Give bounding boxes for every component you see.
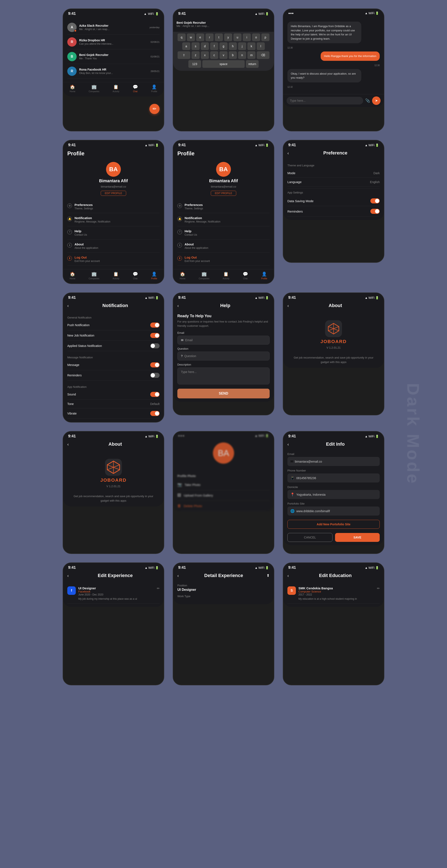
menu-notification[interactable]: 🔔 Notification Ringtone, Message, Notifi… — [67, 213, 160, 226]
key-m[interactable]: m — [247, 51, 255, 59]
nav-home-p1[interactable]: 🏠Home — [70, 272, 75, 280]
push-notif-row[interactable]: Push Notification — [67, 320, 160, 330]
chat-item-4[interactable]: R Rona Facebook HR Okay Ben, let me know… — [67, 64, 160, 79]
key-p[interactable]: p — [262, 33, 269, 41]
key-k[interactable]: k — [247, 42, 255, 50]
data-saving-row[interactable]: Data Saving Mode — [287, 196, 380, 206]
back-arrow-pref[interactable]: ‹ — [287, 151, 289, 156]
back-arrow-about2[interactable]: ‹ — [67, 442, 69, 447]
menu-help[interactable]: ? Help Contact Us — [67, 226, 160, 240]
chat-item-2[interactable]: R Rizka Dropbox HR Can you attend the in… — [67, 35, 160, 50]
menu-logout-2[interactable]: ⬆ Log Out Exit from your account — [177, 253, 270, 266]
edit-profile-button[interactable]: EDIT PROFILE — [101, 191, 126, 196]
edit-profile-button-2[interactable]: EDIT PROFILE — [211, 191, 236, 196]
attachment-icon[interactable]: 📎 — [365, 98, 370, 103]
menu-notification-2[interactable]: 🔔 Notification Ringtone, Message, Notifi… — [177, 213, 270, 226]
send-button-help[interactable]: SEND — [177, 389, 270, 398]
back-arrow-editinfo[interactable]: ‹ — [287, 442, 289, 447]
message-input[interactable] — [286, 97, 363, 104]
chat-item-1[interactable]: A Azka Slack Recruiter Me : Alright sir,… — [67, 20, 160, 35]
nav-activity-p1[interactable]: 📋Activity — [113, 272, 119, 280]
key-h[interactable]: h — [229, 42, 237, 50]
nav-chat[interactable]: 💬 Chat — [133, 84, 138, 93]
phone-edit-input[interactable]: 📱 081456785236 — [287, 473, 380, 483]
key-r[interactable]: r — [206, 33, 213, 41]
key-return[interactable]: return — [246, 60, 259, 68]
reminders-notif-row[interactable]: Reminders — [67, 370, 160, 381]
key-e[interactable]: e — [196, 33, 204, 41]
push-notif-toggle[interactable] — [150, 322, 160, 328]
reminders-notif-toggle[interactable] — [150, 373, 160, 378]
upload-gallery-option[interactable]: 🖼 Upload From Gallery — [177, 490, 270, 501]
key-z[interactable]: z — [192, 51, 200, 59]
key-q[interactable]: q — [178, 33, 185, 41]
key-l[interactable]: l — [257, 42, 265, 50]
message-toggle[interactable] — [150, 362, 160, 368]
description-form-input[interactable]: Type here... — [177, 368, 270, 384]
chat-item-3[interactable]: B Beni Gojek Recruiter Me : Thank You 01… — [67, 50, 160, 64]
back-arrow-editedu[interactable]: ‹ — [287, 573, 289, 578]
key-b[interactable]: b — [229, 51, 237, 59]
key-c[interactable]: c — [210, 51, 218, 59]
key-a[interactable]: a — [182, 42, 190, 50]
message-row[interactable]: Message — [67, 360, 160, 370]
key-d[interactable]: d — [201, 42, 209, 50]
key-w[interactable]: w — [187, 33, 195, 41]
key-space[interactable]: space — [202, 60, 245, 68]
sound-row[interactable]: Sound — [67, 389, 160, 400]
cancel-button[interactable]: CANCEL — [287, 533, 333, 542]
portfolio-edit-input[interactable]: 🌐 www.dribbble.com/bimafif — [287, 506, 380, 516]
exp-edit-icon-1[interactable]: ✏ — [157, 586, 160, 601]
vibrate-toggle[interactable] — [150, 411, 160, 416]
key-o[interactable]: o — [252, 33, 260, 41]
menu-about[interactable]: ℹ About About the application — [67, 240, 160, 253]
sound-toggle[interactable] — [150, 392, 160, 397]
nav-home[interactable]: 🏠 Home — [70, 84, 75, 93]
applied-status-row[interactable]: Applied Status Notification — [67, 341, 160, 351]
domicile-edit-input[interactable]: 📍 Yogyakarta, Indonesia — [287, 490, 380, 499]
key-n[interactable]: n — [238, 51, 246, 59]
key-t[interactable]: t — [215, 33, 223, 41]
send-button[interactable]: ➤ — [372, 96, 381, 105]
new-job-notif-row[interactable]: New Job Notification — [67, 330, 160, 341]
applied-status-toggle[interactable] — [150, 343, 160, 348]
nav-companies-p1[interactable]: 🏢Companies — [89, 272, 100, 280]
nav-chat-p1[interactable]: 💬Chat — [133, 272, 138, 280]
key-v[interactable]: v — [219, 51, 228, 59]
key-123[interactable]: 123 — [188, 60, 201, 68]
menu-about-2[interactable]: ℹ About About the application — [177, 240, 270, 253]
back-arrow-help[interactable]: ‹ — [177, 303, 179, 308]
key-x[interactable]: x — [201, 51, 209, 59]
key-j[interactable]: j — [238, 42, 246, 50]
mode-row[interactable]: Mode Dark — [287, 169, 380, 178]
nav-companies[interactable]: 🏢 Companies — [89, 84, 100, 93]
nav-activity[interactable]: 📋 Activity — [113, 84, 119, 93]
key-s[interactable]: s — [192, 42, 200, 50]
key-g[interactable]: g — [219, 42, 228, 50]
new-job-notif-toggle[interactable] — [150, 333, 160, 338]
nav-profile[interactable]: 👤 Profile — [151, 84, 157, 93]
data-saving-toggle[interactable] — [370, 198, 380, 204]
reminders-row[interactable]: Reminders — [287, 206, 380, 217]
menu-preferences-2[interactable]: ⚙ Preferences Theme, Settings — [177, 200, 270, 213]
add-portfolio-button[interactable]: Add New Portofolio Site — [287, 520, 380, 529]
email-edit-input[interactable]: ✉ bimantara@email.co — [287, 457, 380, 466]
save-button[interactable]: SAVE — [335, 533, 380, 542]
key-f[interactable]: f — [210, 42, 218, 50]
question-form-input[interactable]: ? Question — [177, 351, 270, 361]
menu-help-2[interactable]: ? Help Contact Us — [177, 226, 270, 240]
language-row[interactable]: Language English — [287, 178, 380, 186]
delete-photo-option[interactable]: 🗑 Delete Photo — [177, 501, 270, 512]
take-photo-option[interactable]: 📷 Take Photo — [177, 479, 270, 490]
nav-profile-p1[interactable]: 👤Profile — [151, 272, 157, 280]
back-arrow-notif[interactable]: ‹ — [67, 303, 69, 308]
key-i[interactable]: i — [243, 33, 251, 41]
key-y[interactable]: y — [224, 33, 232, 41]
back-arrow-about1[interactable]: ‹ — [287, 303, 289, 308]
back-arrow-editexp[interactable]: ‹ — [67, 573, 69, 578]
reminders-toggle[interactable] — [370, 209, 380, 214]
key-backspace[interactable]: ⌫ — [257, 51, 269, 59]
edu-edit-icon-1[interactable]: ✏ — [377, 586, 380, 601]
key-u[interactable]: u — [234, 33, 241, 41]
detail-exp-share-icon[interactable]: ⬆ — [267, 573, 270, 578]
